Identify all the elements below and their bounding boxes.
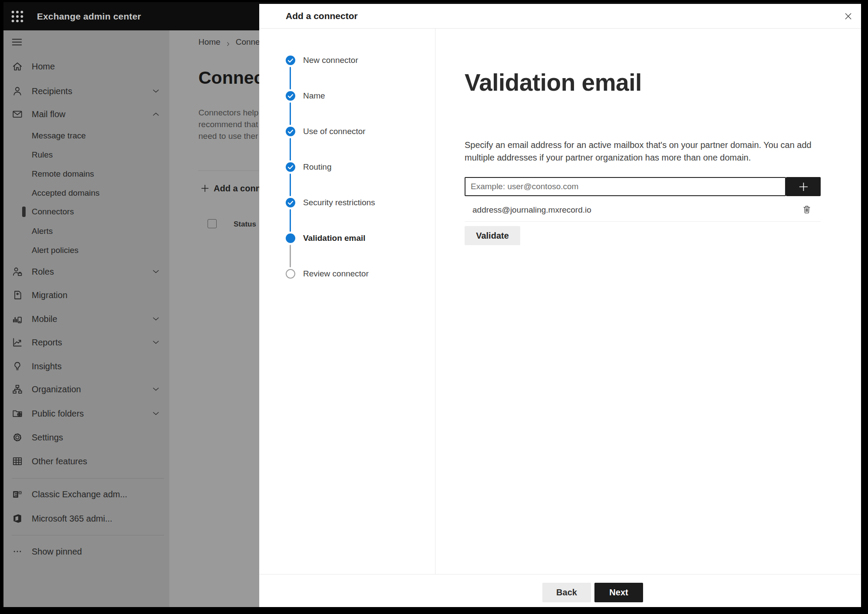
sidebar-item-public-folders[interactable]: Public folders [3, 404, 169, 423]
sidebar-item-label: Settings [32, 433, 63, 443]
sidebar-item-roles[interactable]: Roles [3, 262, 169, 281]
next-button[interactable]: Next [594, 583, 643, 602]
wizard-step-new-connector[interactable]: New connector [259, 51, 435, 70]
sidebar-item-label: Reports [32, 338, 62, 348]
email-address-input[interactable] [465, 177, 786, 196]
wizard-step-use-of-connector[interactable]: Use of connector [259, 122, 435, 141]
chevron-down-icon [152, 87, 160, 95]
office-icon [12, 513, 23, 524]
step-label: Review connector [303, 269, 369, 279]
sidebar-item-alert-policies[interactable]: Alert policies [3, 241, 169, 260]
sidebar-item-home[interactable]: Home [3, 57, 169, 76]
mail-icon [12, 108, 23, 120]
add-connector-button[interactable]: Add a conn [200, 179, 261, 198]
wizard-step-review-connector[interactable]: Review connector [259, 264, 435, 283]
sidebar-item-rules[interactable]: Rules [3, 145, 169, 164]
migration-icon [12, 289, 23, 301]
sidebar-item-microsoft-365-admi[interactable]: Microsoft 365 admi... [3, 509, 169, 528]
wizard-step-validation-email[interactable]: Validation email [259, 229, 435, 248]
email-address-row: address@journaling.mxrecord.io [465, 204, 821, 217]
wizard-step-routing[interactable]: Routing [259, 158, 435, 177]
chevron-down-icon [152, 409, 160, 418]
sidebar-item-show-pinned[interactable]: Show pinned [3, 542, 169, 561]
insights-icon [12, 361, 23, 372]
add-connector-modal: Add a connector New connectorNameUse of … [259, 4, 861, 607]
organization-icon [12, 384, 23, 395]
step-label: Validation email [303, 233, 366, 243]
sidebar-item-mobile[interactable]: Mobile [3, 309, 169, 328]
list-divider [465, 221, 821, 222]
chevron-down-icon [152, 338, 160, 347]
breadcrumb-home-link[interactable]: Home [198, 37, 221, 47]
chevron-down-icon [152, 315, 160, 323]
sidebar-divider [12, 535, 164, 535]
step-completed-icon [286, 56, 295, 65]
breadcrumb-chevron-icon [225, 39, 231, 45]
grid-icon [12, 456, 23, 467]
add-email-button[interactable] [786, 177, 821, 196]
sidebar-item-recipients[interactable]: Recipients [3, 82, 169, 101]
sidebar-item-other-features[interactable]: Other features [3, 452, 169, 471]
sidebar: HomeRecipientsMail flowMessage traceRule… [3, 30, 169, 607]
close-icon [844, 12, 852, 20]
sidebar-item-settings[interactable]: Settings [3, 428, 169, 447]
step-current-icon [286, 233, 295, 243]
step-heading: Validation email [465, 69, 642, 96]
step-label: Use of connector [303, 127, 366, 136]
back-button[interactable]: Back [542, 583, 591, 602]
sidebar-item-label: Organization [32, 384, 81, 394]
sidebar-item-alerts[interactable]: Alerts [3, 222, 169, 241]
breadcrumb-current: Conne [236, 37, 260, 47]
page-title: Connec [198, 68, 264, 88]
wizard-step-security-restrictions[interactable]: Security restrictions [259, 193, 435, 212]
step-completed-icon [286, 198, 295, 207]
select-all-checkbox[interactable] [208, 219, 217, 228]
sidebar-item-label: Connectors [32, 207, 74, 217]
plus-icon [200, 184, 210, 193]
sidebar-item-remote-domains[interactable]: Remote domains [3, 164, 169, 184]
status-column-header[interactable]: Status [234, 220, 256, 229]
hamburger-menu-icon[interactable] [11, 36, 23, 48]
chevron-down-icon [152, 267, 160, 276]
step-completed-icon [286, 162, 295, 172]
sidebar-item-label: Classic Exchange adm... [32, 489, 127, 499]
step-label: Security restrictions [303, 198, 375, 207]
sidebar-item-label: Roles [32, 267, 54, 277]
sidebar-item-migration[interactable]: Migration [3, 286, 169, 305]
sidebar-item-message-trace[interactable]: Message trace [3, 126, 169, 145]
wizard-step-name[interactable]: Name [259, 86, 435, 105]
validate-button[interactable]: Validate [465, 226, 520, 245]
sidebar-item-label: Rules [32, 150, 53, 160]
app-title: Exchange admin center [37, 2, 141, 30]
sidebar-item-accepted-domains[interactable]: Accepted domains [3, 184, 169, 203]
sidebar-item-label: Migration [32, 290, 67, 300]
sidebar-item-label: Alerts [32, 227, 53, 236]
sidebar-item-organization[interactable]: Organization [3, 380, 169, 399]
chevron-up-icon [152, 110, 160, 118]
sidebar-item-classic-exchange-adm[interactable]: Classic Exchange adm... [3, 485, 169, 504]
close-button[interactable] [840, 8, 856, 24]
step-completed-icon [286, 127, 295, 136]
sidebar-item-mail-flow[interactable]: Mail flow [3, 105, 169, 124]
sidebar-divider [12, 478, 164, 479]
sidebar-item-reports[interactable]: Reports [3, 333, 169, 352]
wizard-steps: New connectorNameUse of connectorRouting… [259, 29, 436, 574]
step-description: Specify an email address for an active m… [465, 139, 812, 164]
page-description: Connectors help recommend that need to u… [198, 107, 258, 142]
exchange-icon [12, 489, 23, 500]
sidebar-item-label: Home [32, 62, 55, 72]
sidebar-item-insights[interactable]: Insights [3, 357, 169, 376]
delete-address-button[interactable] [801, 204, 813, 216]
sidebar-item-label: Message trace [32, 131, 86, 141]
sidebar-item-label: Accepted domains [32, 188, 99, 198]
sidebar-item-label: Remote domains [32, 169, 94, 179]
app-screen: Exchange admin center HomeRecipientsMail… [3, 2, 861, 607]
app-launcher-waffle-icon[interactable] [9, 8, 26, 25]
sidebar-item-label: Alert policies [32, 246, 79, 255]
ellipsis-icon [12, 546, 23, 557]
roles-icon [12, 266, 23, 277]
settings-icon [12, 432, 23, 443]
plus-icon [798, 181, 809, 193]
sidebar-item-connectors[interactable]: Connectors [3, 202, 169, 221]
trash-icon [802, 204, 812, 215]
